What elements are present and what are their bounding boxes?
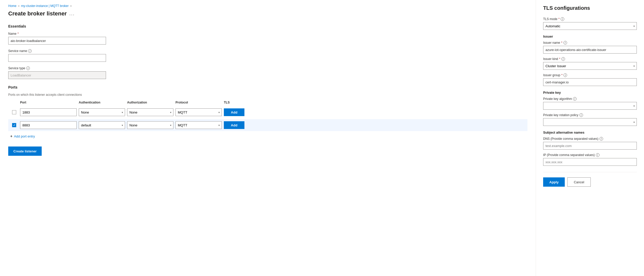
service-name-input[interactable] bbox=[8, 54, 106, 62]
issuer-kind-select[interactable]: Cluster Issuer Issuer bbox=[543, 62, 637, 70]
issuer-kind-label: Issuer kind * i bbox=[543, 57, 637, 61]
issuer-kind-select-wrapper: Cluster Issuer Issuer ▾ bbox=[543, 62, 637, 70]
add-port-link[interactable]: Add port entry bbox=[14, 134, 35, 138]
private-key-algorithm-field: Private key algorithm i ▾ bbox=[543, 97, 637, 110]
tls-mode-select[interactable]: Automatic Manual Disabled bbox=[543, 22, 637, 30]
issuer-group-label: Issuer group * i bbox=[543, 73, 637, 77]
port-row-2-authz-select[interactable]: None bbox=[127, 121, 173, 129]
private-key-algorithm-info-icon[interactable]: i bbox=[573, 97, 577, 101]
issuer-name-info-icon[interactable]: i bbox=[563, 41, 567, 45]
name-field-group: Name * bbox=[8, 32, 527, 45]
port-row-2-protocol-select[interactable]: MQTT bbox=[175, 121, 222, 129]
tls-mode-field: TLS mode * i Automatic Manual Disabled ▾ bbox=[543, 17, 637, 30]
page-title: Create broker listener bbox=[8, 10, 67, 17]
issuer-name-field: Issuer name * i bbox=[543, 41, 637, 54]
private-key-algorithm-wrapper: ▾ bbox=[543, 102, 637, 110]
add-port-row: + Add port entry bbox=[8, 134, 527, 138]
private-key-algorithm-select[interactable] bbox=[543, 102, 637, 110]
issuer-group-input[interactable] bbox=[543, 78, 637, 86]
port-row-1-auth-select[interactable]: None default bbox=[79, 108, 125, 116]
issuer-name-required: * bbox=[561, 41, 562, 45]
issuer-group-field: Issuer group * i bbox=[543, 73, 637, 86]
port-row-2-auth-select[interactable]: None default bbox=[79, 121, 125, 129]
ip-label: IP (Provide comma separated values) i bbox=[543, 153, 637, 157]
service-name-field-group: Service name i bbox=[8, 49, 527, 62]
cancel-button[interactable]: Cancel bbox=[567, 177, 590, 187]
port-row-2-auth-wrapper: None default ▾ bbox=[79, 121, 125, 129]
private-key-rotation-field: Private key rotation policy i ▾ bbox=[543, 113, 637, 126]
service-type-input bbox=[8, 71, 106, 79]
issuer-kind-required: * bbox=[559, 57, 560, 61]
port-row-2-checkbox[interactable] bbox=[12, 123, 16, 127]
dns-label: DNS (Provide comma separated values) i bbox=[543, 137, 637, 141]
port-row-2-port-input[interactable] bbox=[20, 121, 77, 129]
add-port-plus-icon: + bbox=[10, 134, 12, 138]
name-input[interactable] bbox=[8, 37, 106, 45]
col-protocol: Protocol bbox=[175, 101, 222, 104]
page-title-row: Create broker listener ... bbox=[8, 10, 527, 17]
tls-mode-label: TLS mode * i bbox=[543, 17, 637, 21]
dns-input[interactable] bbox=[543, 142, 637, 150]
service-type-label: Service type i bbox=[8, 66, 527, 70]
issuer-name-input[interactable] bbox=[543, 46, 637, 54]
col-authorization: Authorization bbox=[127, 101, 173, 104]
port-row-1-protocol-wrapper: MQTT ▾ bbox=[175, 108, 222, 116]
issuer-kind-field: Issuer kind * i Cluster Issuer Issuer ▾ bbox=[543, 57, 637, 70]
port-row-1-checkbox-wrapper bbox=[10, 110, 18, 114]
col-authentication: Authentication bbox=[79, 101, 125, 104]
ports-table-header: Port Authentication Authorization Protoc… bbox=[8, 101, 527, 106]
more-options-icon[interactable]: ... bbox=[69, 11, 75, 16]
private-key-rotation-label: Private key rotation policy i bbox=[543, 113, 637, 117]
essentials-title: Essentials bbox=[8, 24, 527, 28]
tls-panel-title: TLS configurations bbox=[543, 5, 637, 11]
col-port: Port bbox=[20, 101, 77, 104]
tls-mode-info-icon[interactable]: i bbox=[561, 17, 564, 21]
service-type-info-icon[interactable]: i bbox=[26, 66, 30, 70]
ip-input[interactable] bbox=[543, 158, 637, 166]
port-row-2-protocol-wrapper: MQTT ▾ bbox=[175, 121, 222, 129]
port-row-1-port-input[interactable] bbox=[20, 108, 77, 116]
port-row-1-add-button[interactable]: Add bbox=[224, 108, 244, 116]
essentials-section: Essentials Name * Service name i Service… bbox=[8, 24, 527, 79]
panel-actions: Apply Cancel bbox=[543, 172, 637, 187]
breadcrumb-sep2: > bbox=[70, 5, 72, 7]
left-panel: Home > my-cluster-instance | MQTT broker… bbox=[0, 0, 536, 276]
port-row-1: None default ▾ None ▾ MQTT ▾ Add bbox=[8, 106, 527, 118]
apply-button[interactable]: Apply bbox=[543, 177, 565, 187]
ports-section: Ports Ports on which this listener accep… bbox=[8, 85, 527, 138]
tls-mode-required: * bbox=[558, 17, 560, 21]
port-row-2-authz-wrapper: None ▾ bbox=[127, 121, 173, 129]
port-row-1-auth-wrapper: None default ▾ bbox=[79, 108, 125, 116]
issuer-section-title: Issuer bbox=[543, 34, 637, 38]
name-required: * bbox=[17, 32, 19, 36]
tls-mode-select-wrapper: Automatic Manual Disabled ▾ bbox=[543, 22, 637, 30]
private-key-algorithm-label: Private key algorithm i bbox=[543, 97, 637, 101]
private-key-rotation-info-icon[interactable]: i bbox=[579, 113, 583, 117]
issuer-kind-info-icon[interactable]: i bbox=[561, 57, 565, 61]
breadcrumb-sep1: > bbox=[18, 5, 20, 7]
private-key-rotation-select[interactable] bbox=[543, 118, 637, 126]
service-type-field-group: Service type i bbox=[8, 66, 527, 79]
name-label: Name * bbox=[8, 32, 527, 36]
port-row-2-add-button[interactable]: Add bbox=[224, 121, 244, 129]
private-key-rotation-wrapper: ▾ bbox=[543, 118, 637, 126]
port-row-1-checkbox[interactable] bbox=[12, 110, 16, 114]
breadcrumb-cluster[interactable]: my-cluster-instance | MQTT broker bbox=[21, 4, 69, 8]
ip-field: IP (Provide comma separated values) i bbox=[543, 153, 637, 166]
create-listener-button[interactable]: Create listener bbox=[8, 146, 42, 156]
breadcrumb-home[interactable]: Home bbox=[8, 4, 16, 8]
tls-panel: TLS configurations TLS mode * i Automati… bbox=[536, 0, 644, 276]
port-row-1-authz-select[interactable]: None bbox=[127, 108, 173, 116]
dns-info-icon[interactable]: i bbox=[599, 137, 603, 141]
port-row-2: None default ▾ None ▾ MQTT ▾ Add bbox=[8, 119, 527, 131]
private-key-section-title: Private key bbox=[543, 91, 637, 94]
port-row-2-checkbox-wrapper bbox=[10, 123, 18, 127]
port-row-1-protocol-select[interactable]: MQTT bbox=[175, 108, 222, 116]
issuer-group-required: * bbox=[561, 73, 563, 77]
port-row-1-authz-wrapper: None ▾ bbox=[127, 108, 173, 116]
service-name-info-icon[interactable]: i bbox=[28, 49, 32, 53]
dns-field: DNS (Provide comma separated values) i bbox=[543, 137, 637, 150]
ip-info-icon[interactable]: i bbox=[596, 153, 599, 157]
issuer-group-info-icon[interactable]: i bbox=[563, 73, 567, 77]
san-section-title: Subject alternative names bbox=[543, 131, 637, 134]
